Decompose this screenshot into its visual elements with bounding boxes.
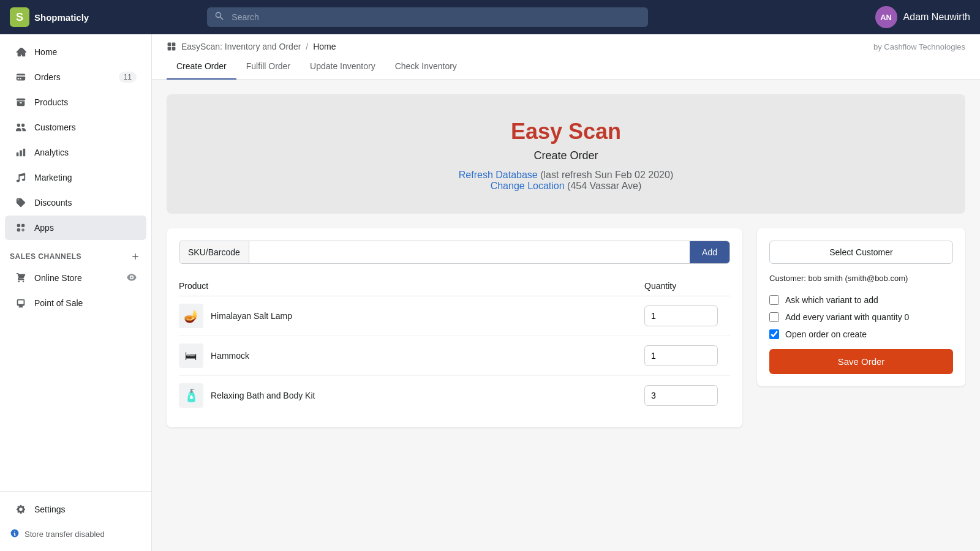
search-bar [207,7,648,27]
brand-name: Shopmaticly [34,12,89,23]
refresh-muted: (last refresh Sun Feb 02 2020) [540,170,673,180]
settings-label: Settings [34,504,66,514]
location-muted: (454 Vassar Ave) [567,181,641,191]
search-icon [214,11,224,23]
main-content: EasyScan: Inventory and Order / Home by … [152,34,980,551]
svg-rect-0 [168,43,172,47]
home-icon [15,46,27,58]
tab-check-inventory[interactable]: Check Inventory [385,54,467,80]
sidebar: Home Orders 11 Products [0,34,152,551]
customer-info: Customer: bob smith (smith@bob.com) [769,274,953,283]
sidebar-item-orders[interactable]: Orders 11 [5,65,146,89]
tab-update-inventory[interactable]: Update Inventory [300,54,385,80]
sidebar-item-analytics[interactable]: Analytics [5,140,146,165]
quantity-cell [644,385,730,406]
quantity-input[interactable] [644,385,718,406]
app-icon [167,42,176,51]
ask-variant-label: Ask which variant to add [785,295,878,305]
every-variant-label: Add every variant with quantity 0 [785,312,909,322]
table-row: 🧴 Relaxing Bath and Body Kit [179,376,730,415]
hero-title: Easy Scan [181,119,951,144]
by-text: by Cashflow Technologies [873,42,965,51]
sidebar-item-marketing-label: Marketing [34,173,72,182]
quantity-cell [644,345,730,366]
open-order-row: Open order on create [769,329,953,339]
sidebar-item-customers[interactable]: Customers [5,115,146,140]
customers-icon [15,121,27,133]
products-table: Product Quantity 🪔 Himalayan Salt Lamp [179,276,730,415]
ask-variant-checkbox[interactable] [769,295,779,305]
info-icon [10,528,20,540]
sidebar-item-products[interactable]: Products [5,90,146,114]
breadcrumb-row: EasyScan: Inventory and Order / Home by … [167,34,965,51]
hero-section: Easy Scan Create Order Refresh Database … [167,94,965,214]
analytics-icon [15,146,27,159]
product-info: 🧴 Relaxing Bath and Body Kit [179,383,644,408]
product-thumb: 🧴 [179,383,203,408]
sidebar-item-point-of-sale[interactable]: Point of Sale [5,291,146,315]
sidebar-item-orders-label: Orders [34,72,61,82]
open-order-checkbox[interactable] [769,329,779,339]
apps-icon [15,222,27,234]
product-thumb: 🛏 [179,343,203,368]
svg-rect-1 [172,43,176,47]
change-location-link[interactable]: Change Location [491,181,565,191]
store-transfer-status: Store transfer disabled [0,522,151,546]
sidebar-item-analytics-label: Analytics [34,148,69,157]
sku-input[interactable] [249,241,690,263]
sku-label: SKU/Barcode [179,241,249,263]
sales-channels-header: SALES CHANNELS [0,241,151,265]
search-input[interactable] [207,7,648,27]
location-row: Change Location (454 Vassar Ave) [181,181,951,192]
sidebar-item-home[interactable]: Home [5,40,146,64]
sidebar-item-discounts[interactable]: Discounts [5,190,146,215]
refresh-database-link[interactable]: Refresh Database [459,170,538,180]
products-icon [15,96,27,108]
order-area: SKU/Barcode Add Product Quantity 🪔 [167,228,965,427]
settings-icon [15,503,27,515]
user-area: AN Adam Neuwirth [875,6,970,28]
tab-create-order[interactable]: Create Order [167,54,236,80]
brand-logo[interactable]: S Shopmaticly [10,7,89,27]
breadcrumb-separator: / [306,42,308,51]
sales-channels-label: SALES CHANNELS [10,252,81,261]
product-name: Hammock [211,351,249,361]
sidebar-item-online-store[interactable]: Online Store [5,266,146,290]
refresh-row: Refresh Database (last refresh Sun Feb 0… [181,170,951,181]
every-variant-row: Add every variant with quantity 0 [769,312,953,322]
add-sales-channel-button[interactable] [129,250,141,263]
sidebar-item-discounts-label: Discounts [34,198,72,208]
sidebar-item-settings[interactable]: Settings [5,497,146,522]
products-card: SKU/Barcode Add Product Quantity 🪔 [167,228,742,427]
user-name: Adam Neuwirth [903,12,970,23]
product-thumb: 🪔 [179,304,203,328]
product-info: 🪔 Himalayan Salt Lamp [179,304,644,328]
orders-badge: 11 [119,72,137,83]
every-variant-checkbox[interactable] [769,312,779,322]
marketing-icon [15,171,27,184]
tab-fulfill-order[interactable]: Fulfill Order [236,54,300,80]
quantity-input[interactable] [644,305,718,326]
product-info: 🛏 Hammock [179,343,644,368]
add-button[interactable]: Add [690,241,729,263]
breadcrumb: EasyScan: Inventory and Order / Home [167,42,336,51]
pos-icon [15,297,27,309]
sidebar-item-marketing[interactable]: Marketing [5,165,146,190]
save-order-button[interactable]: Save Order [769,349,953,374]
sidebar-bottom: Settings Store transfer disabled [0,491,151,551]
table-row: 🪔 Himalayan Salt Lamp [179,296,730,336]
top-nav: S Shopmaticly AN Adam Neuwirth [0,0,980,34]
quantity-input[interactable] [644,345,718,366]
sku-row: SKU/Barcode Add [179,241,730,264]
sidebar-item-pos-label: Point of Sale [34,298,83,308]
hero-subtitle: Create Order [181,149,951,162]
svg-rect-2 [168,47,172,51]
eye-icon[interactable] [127,272,137,284]
discounts-icon [15,197,27,209]
sidebar-item-customers-label: Customers [34,122,76,132]
sidebar-nav: Home Orders 11 Products [0,34,151,491]
sidebar-item-apps[interactable]: Apps [5,216,146,240]
col-product-header: Product [179,281,644,291]
select-customer-button[interactable]: Select Customer [769,241,953,264]
page-header: EasyScan: Inventory and Order / Home by … [152,34,980,80]
